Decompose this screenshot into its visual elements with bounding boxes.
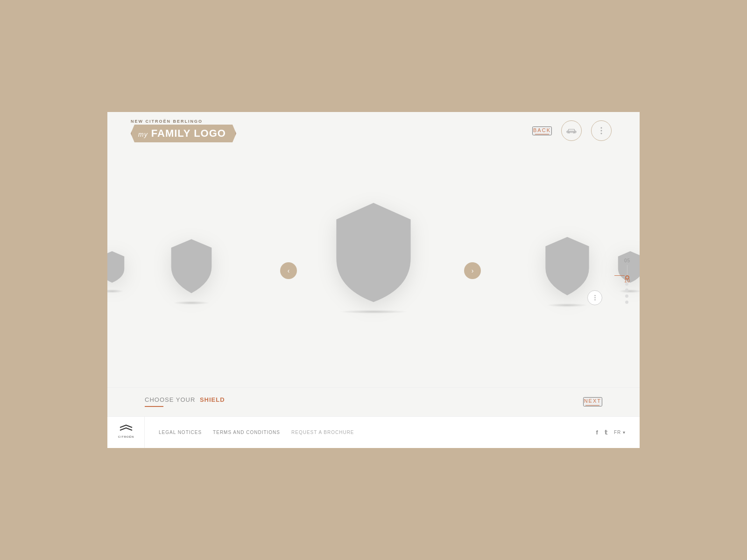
dot-indicators xyxy=(625,275,629,304)
carousel-area: ‹ › 05 10 xyxy=(107,149,640,392)
carousel-next-button[interactable]: › xyxy=(464,262,481,279)
logo-area: NEW CITROËN BERLINGO My FAMILY LOGO xyxy=(131,119,236,142)
next-label: NEXT xyxy=(584,398,601,404)
shield-svg-right xyxy=(542,234,593,300)
dot-4 xyxy=(625,294,628,298)
dot-5 xyxy=(625,301,628,304)
svg-point-4 xyxy=(601,130,602,132)
footer-logo: CITROËN xyxy=(107,417,145,448)
indicator-divider xyxy=(627,265,627,276)
shield-center xyxy=(331,199,416,314)
next-button[interactable]: NEXT xyxy=(583,397,602,406)
request-brochure-link[interactable]: REQUEST A BROCHURE xyxy=(291,430,354,435)
active-indicator-line xyxy=(614,275,625,276)
citroen-logo: CITROËN xyxy=(118,424,134,441)
bottom-bar: CHOOSE YOUR SHIELD NEXT xyxy=(107,387,640,415)
svg-point-8 xyxy=(594,299,595,300)
svg-point-6 xyxy=(594,295,595,296)
back-label: BACK xyxy=(533,127,551,133)
shield-shadow xyxy=(546,303,588,307)
back-button[interactable]: BACK xyxy=(532,126,552,135)
dots-icon xyxy=(600,127,602,134)
dot-2 xyxy=(625,282,628,286)
shield-far-left xyxy=(107,248,126,293)
shield-shadow xyxy=(338,310,409,314)
svg-text:CITROËN: CITROËN xyxy=(118,435,134,438)
carousel-track: ‹ › xyxy=(107,149,640,392)
logo-subtitle: NEW CITROËN BERLINGO xyxy=(131,119,203,124)
car-icon xyxy=(566,128,577,133)
car-icon-button[interactable] xyxy=(561,120,582,141)
options-dots-icon xyxy=(594,295,596,301)
language-selector[interactable]: FR ▾ xyxy=(614,430,626,435)
header-right: BACK xyxy=(532,120,612,141)
shield-svg-left xyxy=(168,237,215,297)
choose-label: CHOOSE YOUR SHIELD xyxy=(145,396,225,407)
dot-1 xyxy=(625,275,629,280)
svg-point-5 xyxy=(601,133,602,134)
indicator-total: 05 xyxy=(624,258,630,263)
shield-shadow xyxy=(173,301,210,305)
citroen-chevron-icon: CITROËN xyxy=(118,424,134,441)
dot-3 xyxy=(625,288,628,292)
footer-links: LEGAL NOTICES TERMS AND CONDITIONS REQUE… xyxy=(145,430,596,435)
svg-point-1 xyxy=(568,133,570,134)
svg-point-7 xyxy=(594,297,595,298)
facebook-icon[interactable]: f xyxy=(596,429,598,436)
options-button[interactable] xyxy=(587,290,602,305)
shield-svg-center xyxy=(331,199,416,306)
legal-notices-link[interactable]: LEGAL NOTICES xyxy=(159,430,202,435)
choose-highlight: SHIELD xyxy=(200,396,225,403)
header: NEW CITROËN BERLINGO My FAMILY LOGO BACK xyxy=(107,112,640,149)
carousel-prev-button[interactable]: ‹ xyxy=(280,262,297,279)
terms-conditions-link[interactable]: TERMS AND CONDITIONS xyxy=(213,430,280,435)
choose-text: CHOOSE YOUR SHIELD xyxy=(145,396,225,403)
twitter-icon[interactable]: 𝕥 xyxy=(605,429,607,436)
shield-right xyxy=(542,234,593,307)
svg-point-3 xyxy=(601,127,602,129)
choose-underline xyxy=(145,406,163,407)
svg-point-2 xyxy=(574,133,575,134)
logo-text: My FAMILY LOGO xyxy=(138,127,226,139)
shield-svg-farleft xyxy=(107,248,126,286)
footer: CITROËN LEGAL NOTICES TERMS AND CONDITIO… xyxy=(107,416,640,448)
choose-prefix: CHOOSE YOUR xyxy=(145,396,195,403)
shield-left xyxy=(168,237,215,305)
menu-dots-button[interactable] xyxy=(591,120,612,141)
logo-banner: My FAMILY LOGO xyxy=(131,125,236,142)
shield-shadow xyxy=(107,289,124,293)
next-underline xyxy=(585,405,599,406)
back-underline xyxy=(535,134,549,134)
footer-social: f 𝕥 FR ▾ xyxy=(596,429,640,436)
main-card: NEW CITROËN BERLINGO My FAMILY LOGO BACK xyxy=(107,112,640,448)
